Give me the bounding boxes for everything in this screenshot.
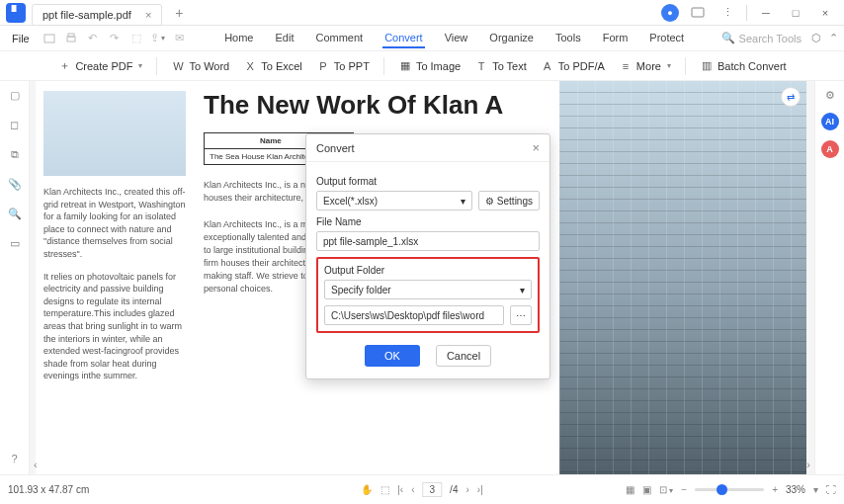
- dialog-close-icon[interactable]: ×: [532, 140, 540, 155]
- fullscreen-icon[interactable]: ⛶: [826, 484, 836, 495]
- main-menu: Home Edit Comment Convert View Organize …: [188, 29, 721, 48]
- search-tools[interactable]: 🔍 Search Tools: [721, 32, 802, 44]
- close-tab-icon[interactable]: ×: [145, 9, 151, 21]
- share-badge-icon[interactable]: ⇄: [781, 87, 801, 107]
- left-sidebar: ▢ ◻ ⧉ 📎 🔍 ▭ ?: [0, 81, 30, 474]
- zoom-slider[interactable]: [695, 488, 764, 491]
- thumbnails-icon[interactable]: ▢: [7, 87, 23, 103]
- menu-organize[interactable]: Organize: [487, 29, 536, 48]
- menu-tools[interactable]: Tools: [553, 29, 583, 48]
- svg-rect-1: [44, 35, 54, 42]
- menu-convert[interactable]: Convert: [382, 29, 425, 48]
- ok-button[interactable]: OK: [365, 345, 420, 367]
- menu-edit[interactable]: Edit: [273, 29, 295, 48]
- collapse-ribbon-icon[interactable]: ⌃: [829, 32, 838, 44]
- ai-translate-icon[interactable]: A: [821, 140, 839, 158]
- zoom-value: 33%: [786, 484, 805, 495]
- search-panel-icon[interactable]: 🔍: [7, 206, 23, 221]
- bookmarks-icon[interactable]: ◻: [7, 117, 23, 132]
- view-mode-1-icon[interactable]: ▦: [626, 484, 634, 495]
- gear-icon: ⚙: [485, 196, 494, 207]
- zoom-out-icon[interactable]: −: [681, 484, 687, 495]
- help-icon[interactable]: ?: [7, 451, 23, 466]
- svg-rect-3: [68, 34, 74, 37]
- page-total: /4: [450, 484, 458, 495]
- svg-rect-0: [692, 8, 704, 17]
- print-icon[interactable]: [63, 31, 79, 46]
- message-icon[interactable]: [687, 3, 709, 23]
- fields-icon[interactable]: ▭: [7, 235, 23, 251]
- right-sidebar: ⚙ AI A: [814, 81, 844, 474]
- maximize-button[interactable]: □: [785, 3, 806, 23]
- cancel-button[interactable]: Cancel: [436, 345, 491, 367]
- minimize-button[interactable]: ─: [755, 3, 777, 23]
- document-tab[interactable]: ppt file-sample.pdf ×: [32, 4, 162, 26]
- view-mode-2-icon[interactable]: ▣: [642, 484, 651, 495]
- search-placeholder: Search Tools: [739, 33, 802, 44]
- output-format-label: Output format: [316, 176, 540, 187]
- menu-home[interactable]: Home: [222, 29, 255, 48]
- layers-icon[interactable]: ⧉: [7, 146, 23, 162]
- output-format-select[interactable]: Excel(*.xlsx)▾: [316, 191, 472, 210]
- settings-button[interactable]: ⚙Settings: [478, 191, 540, 210]
- save-icon[interactable]: ⬚: [128, 31, 144, 46]
- file-name-input[interactable]: ppt file-sample_1.xlsx: [316, 231, 540, 251]
- fit-mode-icon[interactable]: ⊡: [659, 484, 673, 495]
- browse-button[interactable]: ⋯: [510, 305, 532, 325]
- app-icon: ▘: [6, 3, 26, 23]
- mail-icon[interactable]: ✉: [172, 31, 188, 46]
- to-text-button[interactable]: TTo Text: [474, 59, 527, 73]
- last-page-icon[interactable]: ›|: [477, 484, 483, 495]
- ai-assistant-icon[interactable]: AI: [821, 113, 839, 130]
- search-icon: 🔍: [721, 32, 735, 44]
- properties-icon[interactable]: ⚙: [822, 87, 838, 103]
- to-excel-button[interactable]: XTo Excel: [243, 59, 302, 73]
- left-paragraph-1: Klan Architects Inc., created this off-g…: [43, 186, 186, 261]
- attachments-icon[interactable]: 📎: [7, 176, 23, 192]
- add-tab-button[interactable]: +: [168, 5, 190, 21]
- undo-icon[interactable]: ↶: [85, 31, 101, 46]
- zoom-chevron-icon[interactable]: ▾: [813, 484, 818, 495]
- document-title: The New Work Of Klan A: [204, 91, 549, 121]
- folder-path-input[interactable]: C:\Users\ws\Desktop\pdf files\word: [324, 305, 504, 325]
- menu-form[interactable]: Form: [601, 29, 631, 48]
- next-page-icon[interactable]: ›: [465, 484, 468, 495]
- menu-protect[interactable]: Protect: [647, 29, 686, 48]
- image-icon: ▦: [398, 59, 412, 73]
- create-pdf-button[interactable]: ＋Create PDF: [57, 59, 142, 73]
- first-page-icon[interactable]: |‹: [397, 484, 403, 495]
- redo-icon[interactable]: ↷: [107, 31, 123, 46]
- kebab-icon[interactable]: ⋮: [717, 3, 738, 23]
- scroll-right-icon[interactable]: ›: [806, 459, 810, 470]
- user-avatar[interactable]: ●: [661, 4, 679, 22]
- folder-mode-select[interactable]: Specify folder▾: [324, 280, 532, 299]
- convert-toolbar: ＋Create PDF WTo Word XTo Excel PTo PPT ▦…: [0, 51, 844, 81]
- cloud-icon[interactable]: ⬡: [811, 32, 821, 44]
- hand-tool-icon[interactable]: ✋: [361, 484, 373, 495]
- dimensions-label: 101.93 x 47.87 cm: [8, 484, 89, 495]
- select-tool-icon[interactable]: ⬚: [380, 484, 389, 495]
- scroll-left-icon[interactable]: ‹: [34, 459, 38, 470]
- left-image-placeholder: [43, 91, 186, 176]
- to-ppt-button[interactable]: PTo PPT: [316, 59, 370, 73]
- right-image: ⇄: [559, 81, 806, 474]
- text-icon: T: [474, 59, 488, 73]
- output-folder-label: Output Folder: [324, 265, 532, 276]
- file-menu[interactable]: File: [6, 31, 36, 46]
- menu-comment[interactable]: Comment: [313, 29, 365, 48]
- open-icon[interactable]: [42, 31, 57, 46]
- page-input[interactable]: 3: [423, 482, 443, 497]
- batch-convert-button[interactable]: ▥Batch Convert: [700, 59, 787, 73]
- file-name-label: File Name: [316, 216, 540, 227]
- tab-label: ppt file-sample.pdf: [42, 9, 131, 21]
- menu-view[interactable]: View: [443, 29, 470, 48]
- zoom-thumb[interactable]: [717, 484, 727, 495]
- share-icon[interactable]: ⇪: [150, 31, 166, 46]
- zoom-in-icon[interactable]: +: [772, 484, 778, 495]
- to-image-button[interactable]: ▦To Image: [398, 59, 461, 73]
- to-pdfa-button[interactable]: ATo PDF/A: [541, 59, 605, 73]
- prev-page-icon[interactable]: ‹: [411, 484, 414, 495]
- close-window-button[interactable]: ×: [814, 3, 836, 23]
- to-word-button[interactable]: WTo Word: [171, 59, 229, 73]
- more-button[interactable]: ≡More: [619, 59, 671, 73]
